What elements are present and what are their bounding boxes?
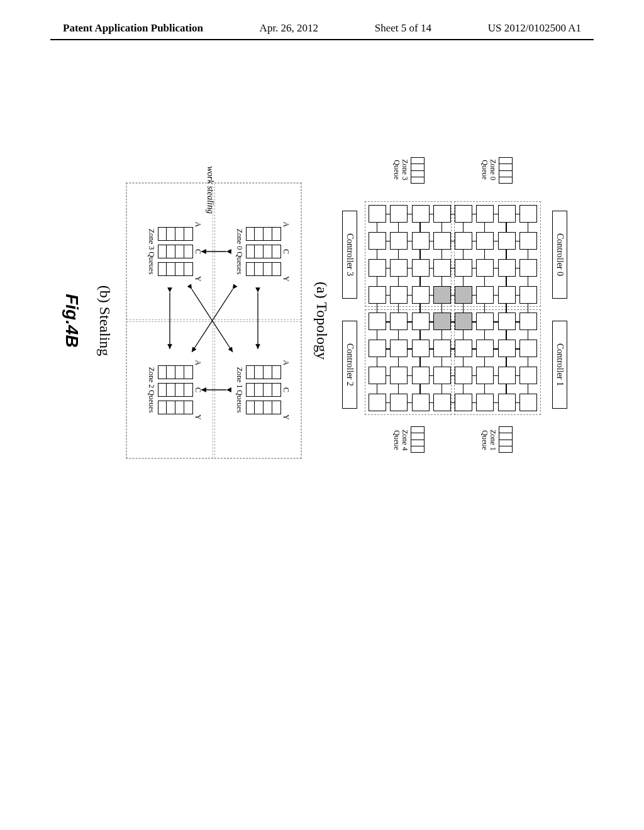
stealing-diagram: A C Y Zone 0 Queues A C Y [94, 182, 302, 459]
mesh-tile [519, 259, 537, 277]
mesh-tile [498, 286, 516, 304]
mesh-tile [390, 367, 408, 384]
mesh-tile [369, 286, 386, 304]
mesh-tile [519, 367, 537, 384]
mesh-tile [498, 394, 516, 411]
mesh-tile [369, 340, 386, 357]
mesh-tile [433, 313, 451, 330]
mesh-tile [369, 232, 386, 250]
zone-4-queue-label: Zone 4 Queue [392, 421, 409, 459]
zone-0-queue-icon [499, 157, 513, 184]
header-rule [50, 39, 594, 40]
zone-0-queue-label: Zone 0 Queue [480, 151, 497, 189]
mesh-tile [476, 232, 494, 250]
mesh-tile [498, 340, 516, 357]
mesh-tile [519, 394, 537, 411]
mesh-tile [433, 232, 451, 250]
mesh-tile [412, 367, 430, 384]
mesh-tile [390, 232, 408, 250]
mesh-tile [390, 340, 408, 357]
zone-1-queue-icon [499, 426, 513, 453]
mesh-tile [519, 340, 537, 357]
controller-2: Controller 2 [342, 321, 357, 409]
diagram-wrap: Controller 0 Controller 1 Controller 2 C… [63, 126, 579, 516]
patent-pub-label: Patent Application Publication [63, 22, 203, 35]
controller-3: Controller 3 [342, 211, 357, 299]
zone-3-queue-icon [411, 157, 425, 184]
mesh-tile [498, 205, 516, 223]
mesh-tile [412, 340, 430, 357]
work-stealing-label: work stealing [206, 163, 215, 214]
mesh-tile [433, 205, 451, 223]
mesh-tile [455, 205, 472, 223]
mesh-tile [390, 286, 408, 304]
mesh-tile [476, 367, 494, 384]
mesh-tile [412, 205, 430, 223]
mesh-tile [390, 259, 408, 277]
mesh-tile [433, 394, 451, 411]
figure-area: Controller 0 Controller 1 Controller 2 C… [126, 63, 516, 578]
mesh-tile [519, 286, 537, 304]
mesh-tile [369, 313, 386, 330]
zone-1-queue-label: Zone 1 Queue [480, 421, 497, 459]
pub-date: Apr. 26, 2012 [260, 22, 319, 35]
mesh-tile [369, 205, 386, 223]
mesh-tile [412, 286, 430, 304]
mesh-tile [369, 259, 386, 277]
controller-0: Controller 0 [552, 211, 567, 299]
mesh-tile [519, 313, 537, 330]
mesh-tile [412, 232, 430, 250]
mesh-tile [498, 232, 516, 250]
mesh-tile [390, 313, 408, 330]
mesh-tile [390, 394, 408, 411]
mesh-tile [455, 394, 472, 411]
mesh-tile [455, 367, 472, 384]
pub-number: US 2012/0102500 A1 [488, 22, 581, 35]
mesh-tile [476, 394, 494, 411]
mesh-tile [369, 367, 386, 384]
figure-label: Fig.4B [62, 126, 82, 516]
mesh-tile [476, 340, 494, 357]
controller-1: Controller 1 [552, 321, 567, 409]
mesh-tile [433, 286, 451, 304]
mesh-tile [476, 286, 494, 304]
zone-3-queue-label: Zone 3 Queue [392, 151, 409, 189]
mesh-tile [476, 313, 494, 330]
mesh-tile [455, 286, 472, 304]
mesh-tile [519, 232, 537, 250]
mesh-tile [455, 340, 472, 357]
mesh-tile [519, 205, 537, 223]
sheet-number: Sheet 5 of 14 [375, 22, 431, 35]
mesh-tile [455, 232, 472, 250]
topology-caption: (a) Topology [313, 126, 330, 516]
mesh-tile [433, 340, 451, 357]
mesh-tile [455, 313, 472, 330]
mesh-tile [476, 205, 494, 223]
mesh-tile [412, 394, 430, 411]
stealing-arrows [126, 182, 302, 459]
mesh-tile [476, 259, 494, 277]
stealing-caption: (b) Stealing [96, 182, 113, 459]
mesh-tile [498, 259, 516, 277]
mesh-tile [412, 313, 430, 330]
mesh-tile [369, 394, 386, 411]
mesh-tile [390, 205, 408, 223]
mesh-grid [365, 201, 541, 415]
mesh-tile [433, 367, 451, 384]
mesh-tile [498, 367, 516, 384]
mesh-tile [412, 259, 430, 277]
mesh-tile [498, 313, 516, 330]
zone-4-queue-icon [411, 426, 425, 453]
mesh-tile [455, 259, 472, 277]
topology-diagram: Controller 0 Controller 1 Controller 2 C… [314, 126, 579, 516]
mesh-tile [433, 259, 451, 277]
